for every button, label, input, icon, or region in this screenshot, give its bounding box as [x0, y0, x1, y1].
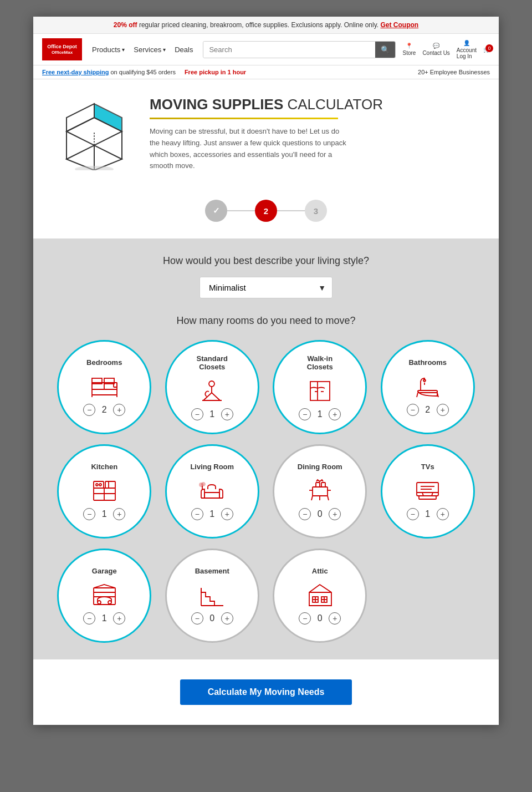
sub-header-right: 20+ Employee Businesses: [418, 69, 490, 75]
basement-counter: − 0 +: [191, 612, 233, 625]
walkin-closets-increment[interactable]: +: [329, 408, 341, 420]
store-icon: 📍: [406, 43, 412, 49]
living-room-icon: [196, 476, 229, 504]
free-shipping-link[interactable]: Free next-day shipping: [42, 69, 109, 75]
bedrooms-icon: [88, 372, 121, 399]
basement-decrement[interactable]: −: [191, 612, 203, 625]
garage-counter: − 1 +: [83, 612, 125, 625]
basement-increment[interactable]: +: [221, 612, 233, 625]
bathrooms-increment[interactable]: +: [437, 404, 449, 416]
bedrooms-increment[interactable]: +: [113, 404, 125, 416]
svg-rect-35: [204, 493, 219, 498]
svg-point-39: [202, 483, 205, 486]
living-room-increment[interactable]: +: [221, 508, 233, 520]
svg-rect-55: [94, 588, 115, 605]
step-2: 2: [255, 200, 277, 222]
store-action[interactable]: 📍 Store: [402, 43, 416, 56]
dining-room-decrement[interactable]: −: [299, 508, 311, 520]
standard-closets-label: StandardClosets: [197, 354, 228, 372]
hero-text: MOVING SUPPLIES CALCULATOR Moving can be…: [150, 96, 383, 172]
bathrooms-decrement[interactable]: −: [407, 404, 419, 416]
logo-text-1: Office Depot: [47, 44, 77, 50]
living-style-dropdown[interactable]: Minimalist Moderate Heavy: [200, 277, 332, 298]
standard-closets-counter: − 1 +: [191, 408, 233, 420]
room-card-basement[interactable]: Basement − 0 +: [165, 549, 259, 643]
garage-decrement[interactable]: −: [83, 612, 95, 625]
room-card-standard-closets[interactable]: StandardClosets − 1 +: [165, 340, 259, 434]
room-card-dining-room[interactable]: Dining Room: [273, 444, 367, 539]
room-card-living-room[interactable]: Living Room −: [165, 444, 259, 539]
search-button[interactable]: 🔍: [375, 42, 395, 58]
sub-header: Free next-day shipping on qualifying $45…: [33, 65, 499, 79]
svg-rect-30: [94, 481, 104, 488]
walkin-closets-label: Walk-inClosets: [307, 354, 333, 372]
room-card-tvs[interactable]: TVs − 1 +: [381, 444, 475, 539]
svg-point-59: [108, 601, 111, 604]
step-line-1: [227, 210, 255, 211]
kitchen-counter: − 1 +: [83, 508, 125, 520]
living-room-value: 1: [208, 509, 217, 519]
svg-point-17: [209, 381, 214, 387]
basement-label: Basement: [195, 567, 229, 576]
dining-room-icon: [303, 476, 336, 504]
standard-closets-decrement[interactable]: −: [191, 408, 203, 420]
living-room-decrement[interactable]: −: [191, 508, 203, 520]
living-room-label: Living Room: [190, 463, 234, 471]
attic-increment[interactable]: +: [329, 612, 341, 625]
room-card-walkin-closets[interactable]: Walk-inClosets − 1 +: [273, 340, 367, 434]
account-action[interactable]: 👤 AccountLog In: [457, 40, 477, 59]
garage-value: 1: [100, 613, 109, 623]
basement-icon: [196, 580, 229, 608]
nav-services[interactable]: Services ▾: [130, 43, 169, 56]
room-card-bathrooms[interactable]: Bathrooms − 2 +: [381, 340, 475, 434]
kitchen-increment[interactable]: +: [113, 508, 125, 520]
svg-line-51: [422, 493, 423, 496]
dropdown-container: Minimalist Moderate Heavy ▼: [200, 277, 332, 298]
contact-icon: 💬: [433, 43, 439, 49]
svg-rect-14: [114, 383, 117, 387]
tvs-increment[interactable]: +: [437, 508, 449, 520]
standard-closets-increment[interactable]: +: [221, 408, 233, 420]
tvs-decrement[interactable]: −: [407, 508, 419, 520]
attic-label: Attic: [312, 567, 328, 576]
bedrooms-decrement[interactable]: −: [83, 404, 95, 416]
room-card-attic[interactable]: Attic − 0: [273, 549, 367, 643]
header: Office Depot OfficeMax Products ▾ Servic…: [33, 34, 499, 65]
attic-decrement[interactable]: −: [299, 612, 311, 625]
room-card-garage[interactable]: Garage − 1 +: [57, 549, 151, 643]
hero-description: Moving can be stressful, but it doesn't …: [150, 126, 349, 172]
svg-marker-5: [66, 104, 94, 131]
svg-rect-31: [105, 481, 115, 488]
garage-increment[interactable]: +: [113, 612, 125, 625]
sub-header-left: Free next-day shipping on qualifying $45…: [42, 69, 246, 75]
logo-text-2: OfficeMax: [52, 50, 73, 55]
bathrooms-label: Bathrooms: [408, 358, 447, 367]
get-coupon-link[interactable]: Get Coupon: [380, 21, 418, 29]
svg-line-52: [432, 493, 433, 496]
calculate-button[interactable]: Calculate My Moving Needs: [180, 679, 352, 705]
bathrooms-counter: − 2 +: [407, 404, 449, 416]
banner-exclusions: Exclusions apply. Online only.: [291, 21, 379, 29]
step-1: ✓: [205, 200, 227, 222]
walkin-closets-decrement[interactable]: −: [299, 408, 311, 420]
svg-rect-47: [321, 483, 325, 487]
nav-deals[interactable]: Deals: [171, 43, 196, 56]
search-bar: 🔍: [203, 41, 396, 58]
search-input[interactable]: [203, 42, 375, 58]
attic-value: 0: [315, 613, 324, 623]
cart-button[interactable]: 🛒 0: [483, 47, 490, 53]
logo[interactable]: Office Depot OfficeMax: [42, 38, 82, 60]
room-card-bedrooms[interactable]: Bedrooms − 2 +: [57, 340, 151, 434]
banner-middle: regular priced cleaning, breakroom, offi…: [139, 21, 289, 29]
account-icon: 👤: [463, 40, 470, 46]
contact-action[interactable]: 💬 Contact Us: [422, 43, 449, 56]
nav-products[interactable]: Products ▾: [89, 43, 128, 56]
kitchen-decrement[interactable]: −: [83, 508, 95, 520]
step-line-2: [277, 210, 305, 211]
svg-point-8: [75, 166, 114, 170]
contact-label: Contact Us: [422, 50, 449, 56]
dining-room-increment[interactable]: +: [329, 508, 341, 520]
rooms-grid: Bedrooms − 2 +: [55, 340, 477, 643]
room-card-kitchen[interactable]: Kitchen − 1 +: [57, 444, 151, 539]
calculator-section: How would you best describe your living …: [33, 238, 499, 659]
